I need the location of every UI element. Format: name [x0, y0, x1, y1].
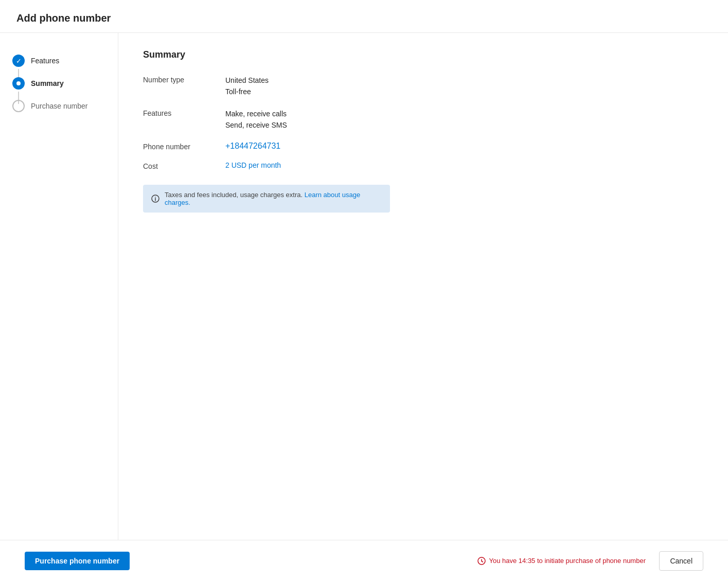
page-title: Add phone number: [16, 12, 712, 24]
sidebar-item-summary[interactable]: Summary: [8, 72, 110, 95]
dot-icon: [15, 80, 22, 86]
sidebar-item-purchase[interactable]: Purchase number: [8, 95, 110, 117]
phone-number-value: +18447264731: [225, 142, 280, 150]
sidebar-item-label-summary: Summary: [31, 79, 64, 87]
summary-title: Summary: [143, 49, 703, 60]
page-header: Add phone number: [0, 0, 728, 33]
features-line2: Send, receive SMS: [225, 119, 703, 131]
sidebar-item-label-features: Features: [31, 57, 59, 65]
cost-value: 2 USD per month: [225, 161, 281, 169]
summary-table: Number type United States Toll-free Feat…: [143, 75, 703, 170]
number-type-label: Number type: [143, 75, 225, 98]
timer-icon: [477, 557, 486, 565]
timer-text: You have 14:35 to initiate purchase of p…: [489, 557, 646, 565]
cancel-button[interactable]: Cancel: [659, 551, 703, 571]
info-text: Taxes and fees included, usage charges e…: [165, 191, 382, 206]
sidebar: ✓ Features Summary Purchase number: [0, 33, 118, 540]
purchase-phone-number-button[interactable]: Purchase phone number: [25, 552, 130, 570]
step-icon-features: ✓: [12, 55, 25, 67]
check-icon: ✓: [16, 57, 22, 65]
footer-right: You have 14:35 to initiate purchase of p…: [659, 551, 703, 571]
phone-number-value-container: +18447264731: [225, 142, 703, 151]
features-line1: Make, receive calls: [225, 108, 703, 119]
footer-actions: Purchase phone number You have 14:35 to …: [25, 551, 703, 571]
timer-notice: You have 14:35 to initiate purchase of p…: [477, 557, 646, 565]
content-area: Summary Number type United States Toll-f…: [118, 33, 728, 540]
features-label: Features: [143, 108, 225, 131]
svg-point-0: [16, 81, 21, 85]
step-icon-summary: [12, 77, 25, 90]
sidebar-item-features[interactable]: ✓ Features: [8, 49, 110, 72]
footer-bar: Purchase phone number You have 14:35 to …: [0, 540, 728, 581]
main-content: ✓ Features Summary Purchase number: [0, 33, 728, 540]
phone-number-label: Phone number: [143, 142, 225, 151]
sidebar-item-label-purchase: Purchase number: [31, 102, 88, 110]
number-type-kind: Toll-free: [225, 86, 703, 97]
cost-value-container: 2 USD per month: [225, 161, 703, 170]
number-type-country: United States: [225, 75, 703, 86]
svg-point-2: [155, 197, 156, 198]
info-banner: Taxes and fees included, usage charges e…: [143, 185, 390, 213]
info-icon: [151, 195, 159, 203]
cost-label: Cost: [143, 161, 225, 170]
features-value: Make, receive calls Send, receive SMS: [225, 108, 703, 131]
number-type-value: United States Toll-free: [225, 75, 703, 98]
step-icon-purchase: [12, 100, 25, 112]
